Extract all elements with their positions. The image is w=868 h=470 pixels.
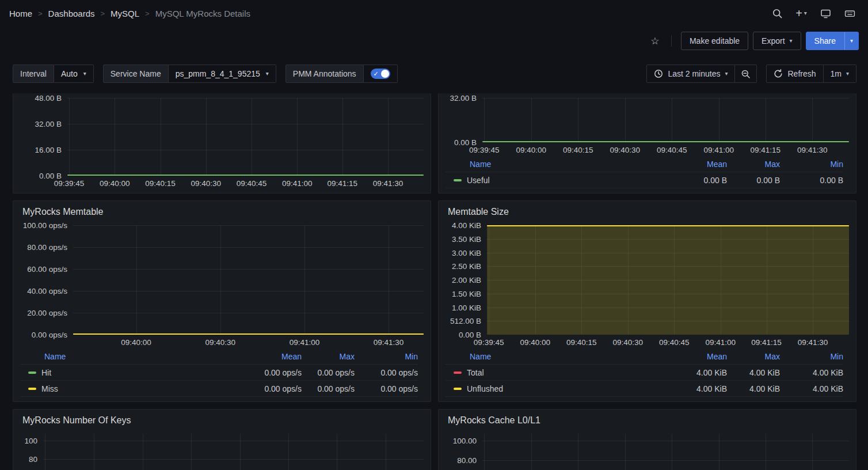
y-axis-label: 2.00 KiB [452,276,481,285]
legend-value: 4.00 KiB [727,368,780,377]
grafana-dashboard: Home>Dashboards>MySQL>MySQL MyRocks Deta… [0,0,868,470]
chart-plot-area[interactable] [482,434,849,470]
v-gridline [672,98,672,142]
x-axis-label: 09:41:30 [797,146,828,154]
chart-plot-area[interactable] [43,434,424,470]
legend-series-name: Useful [467,176,490,185]
y-axis-label: 60.00 ops/s [27,265,67,274]
v-gridline [719,434,719,470]
x-axis-label: 09:41:00 [282,179,313,188]
legend-row[interactable]: Miss0.00 ops/s0.00 ops/s0.00 ops/s [20,381,418,397]
nav-actions: + ▾ [768,4,859,22]
panel-title[interactable]: MyRocks Memtable [22,207,424,217]
legend-value: 0.00 B [664,176,727,185]
x-axis-label: 09:40:15 [563,146,593,154]
x-axis-label: 09:40:15 [566,338,597,347]
interval-control: Interval Auto ▾ [13,65,94,83]
panel-top-left-cut: 48.00 B32.00 B16.00 B0.00 B 09:39:4509:4… [13,93,431,194]
time-range-label: Last 2 minutes [668,69,720,78]
v-gridline [812,98,813,142]
y-axis-label: 2.50 KiB [452,262,481,271]
chart-plot-area[interactable] [482,98,849,142]
legend-column-mean: Mean [664,352,727,361]
y-axis-label: 4.00 KiB [452,221,481,230]
x-axis-label: 09:40:30 [191,179,222,188]
x-axis-label: 09:41:15 [751,338,782,347]
interval-select[interactable]: Auto ▾ [54,65,94,83]
export-button[interactable]: Export ▾ [753,32,801,50]
breadcrumb-item[interactable]: Dashboards [48,9,95,18]
refresh-interval-select[interactable]: 1m ▾ [824,65,856,83]
panel-title[interactable]: MyRocks Number Of Keys [22,415,424,426]
legend-row[interactable]: Total4.00 KiB4.00 KiB4.00 KiB [446,365,843,381]
h-gridline [73,313,424,313]
share-menu-button[interactable]: ▾ [844,32,859,50]
y-axis-label: 100.00 [453,437,477,445]
chart-plot-area[interactable] [487,225,849,335]
v-gridline [206,98,207,176]
chevron-down-icon: ▾ [846,71,849,77]
legend-series: Miss [20,384,238,393]
legend-row[interactable]: Hit0.00 ops/s0.00 ops/s0.00 ops/s [20,365,418,381]
favorite-button[interactable]: ☆ [646,32,664,50]
y-axis-label: 20.00 ops/s [27,309,67,317]
x-axis-label: 09:40:15 [145,179,176,188]
breadcrumb-item: MySQL MyRocks Details [155,9,250,18]
v-gridline [484,434,485,470]
share-button[interactable]: Share [806,32,844,50]
x-axis-label: 09:40:30 [612,338,643,347]
x-axis-label: 09:41:30 [373,179,403,188]
panel-myrocks-number-of-keys: MyRocks Number Of Keys 10080 [13,409,431,470]
h-gridline [482,441,849,441]
v-gridline [766,98,766,142]
y-axis-label: 1.00 KiB [452,303,481,312]
clock-icon [654,69,663,78]
v-gridline [297,98,298,176]
panel-title[interactable]: MyRocks Cache L0/L1 [448,415,849,426]
chart-legend: NameMeanMaxMinHit0.00 ops/s0.00 ops/s0.0… [20,348,424,397]
search-button[interactable] [768,4,786,22]
v-gridline [136,225,137,335]
chart-plot-area[interactable] [73,225,424,335]
time-series-chart: 100.0080.00 [446,434,849,470]
chart-plot-area[interactable] [67,98,424,176]
v-gridline [625,98,626,142]
v-gridline [578,98,578,142]
series-fill-unflushed [487,225,849,335]
keyboard-button[interactable] [840,4,859,22]
legend-series: Hit [20,368,238,377]
plus-icon: + [795,7,802,19]
x-axis-label: 09:40:45 [657,146,687,154]
v-gridline [389,225,389,335]
chevron-down-icon: ▾ [725,71,728,77]
legend-row[interactable]: Unflushed4.00 KiB4.00 KiB4.00 KiB [446,381,843,397]
legend-row[interactable]: Useful0.00 B0.00 B0.00 B [446,172,843,188]
v-gridline [531,98,532,142]
legend-column-max: Max [727,352,780,361]
monitor-button[interactable] [816,4,835,22]
legend-series: Total [446,368,664,377]
v-gridline [386,434,386,470]
make-editable-button[interactable]: Make editable [681,32,748,50]
legend-swatch-total [454,372,462,374]
legend-series-name: Hit [41,368,51,377]
service-name-value: ps_pmm_8_4_1_95215 [176,69,260,78]
h-gridline [73,247,424,248]
pmm-annotations-toggle[interactable]: ✓ [371,69,390,79]
monitor-icon [820,8,831,19]
breadcrumb-item[interactable]: MySQL [111,9,139,18]
add-button[interactable]: + ▾ [792,4,810,22]
panel-title[interactable]: Memtable Size [448,207,849,217]
x-axis-label: 09:39:45 [469,146,500,154]
refresh-button[interactable]: Refresh [766,65,823,83]
breadcrumb-item[interactable]: Home [9,9,32,18]
service-name-select[interactable]: ps_pmm_8_4_1_95215 ▾ [169,65,276,83]
v-gridline [531,434,532,470]
legend-value: 0.00 ops/s [355,368,418,377]
time-controls: Last 2 minutes ▾ [646,65,757,83]
chevron-down-icon: ▾ [804,10,807,16]
x-axis-label: 09:40:00 [121,338,151,347]
zoom-out-button[interactable] [735,65,757,83]
legend-column-max: Max [727,160,780,169]
time-range-button[interactable]: Last 2 minutes ▾ [646,65,735,83]
